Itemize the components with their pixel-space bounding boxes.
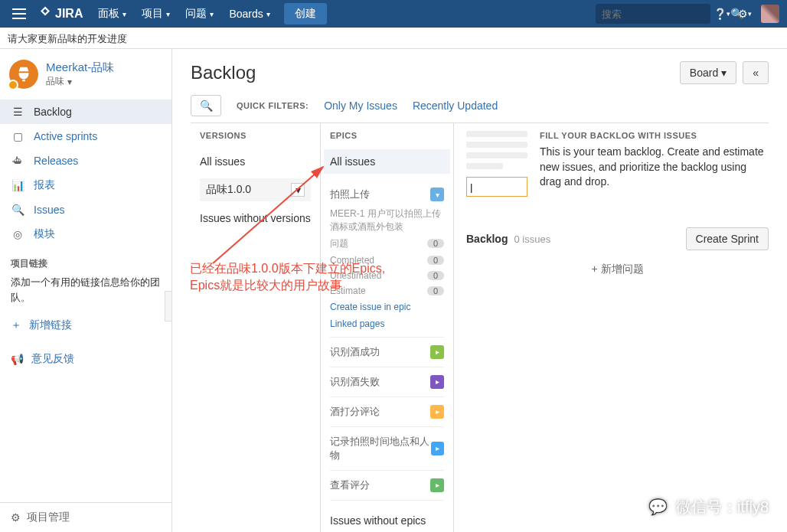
user-avatar[interactable] [761,5,779,23]
fill-backlog-title: FILL YOUR BACKLOG WITH ISSUES [540,131,769,140]
sidebar-releases[interactable]: ⛴Releases [0,149,171,173]
reports-icon: 📊 [11,178,24,192]
fill-backlog-desc: This is your team backlog. Create and es… [540,145,769,190]
filter-my-issues[interactable]: Only My Issues [324,100,397,112]
issues-icon: 🔍 [11,203,24,217]
watermark: 💬 微信号：itfly8 [645,494,769,520]
backlog-section-title: Backlog [466,233,508,245]
sidebar-backlog[interactable]: ☰Backlog [0,100,171,124]
add-link-button[interactable]: ＋新增链接 [0,312,171,338]
project-icon [9,60,38,89]
issues-without-versions[interactable]: Issues without versions [200,206,311,230]
sprints-icon: ▢ [11,129,24,143]
sidebar-reports[interactable]: 📊报表 [0,173,171,197]
project-selector[interactable]: 品味▾ [46,75,114,88]
issues-without-epics[interactable]: Issues without epics [330,508,444,532]
epic-desc: MEER-1 用户可以拍照上传酒标或酒瓶外包装 [330,206,444,235]
nav-issues[interactable]: 问题▾ [178,0,221,28]
search-box[interactable]: 🔍 [596,4,710,24]
chevron-down-icon: ▾ [291,183,305,197]
releases-icon: ⛴ [11,154,24,168]
epic-expanded[interactable]: 拍照上传 ▾ [330,183,444,206]
sidebar-active-sprints[interactable]: ▢Active sprints [0,124,171,149]
linked-pages[interactable]: Linked pages [330,315,444,332]
version-selector[interactable]: 品味1.0.0 ▾ [200,178,311,201]
board-dropdown[interactable]: Board▾ [680,61,736,84]
sidebar-components[interactable]: ◎模块 [0,222,171,246]
components-icon: ◎ [11,227,24,241]
epics-title: EPICS [330,131,444,140]
backlog-issue-count: 0 issues [514,233,550,245]
add-issue-button[interactable]: + 新增问题 [466,250,769,289]
wechat-icon: 💬 [645,494,671,520]
gear-icon: ⚙ [11,511,21,524]
skeleton-placeholder [466,131,527,169]
settings-icon[interactable]: ⚙▾ [733,2,756,25]
nav-projects[interactable]: 项目▾ [134,0,178,28]
search-icon: 🔍 [200,100,213,112]
create-sprint-button[interactable]: Create Sprint [686,227,769,250]
filter-recently-updated[interactable]: Recently Updated [413,100,498,112]
epic-chip-icon: ▸ [430,375,444,389]
epic-item-2[interactable]: 酒打分评论▸ [330,397,444,427]
epic-chip-icon: ▸ [431,442,444,455]
logo-text: JIRA [55,7,83,21]
nav-boards[interactable]: Boards▾ [221,0,277,28]
megaphone-icon: 📢 [11,353,24,365]
jira-logo[interactable]: JIRA [38,5,83,22]
epic-item-0[interactable]: 识别酒成功▸ [330,338,444,367]
project-name[interactable]: Meerkat-品味 [46,60,114,75]
collapse-button[interactable]: « [743,61,769,84]
feedback-link[interactable]: 📢意见反馈 [0,346,171,372]
epic-chip-icon: ▸ [430,345,444,359]
new-issue-input[interactable] [466,177,527,197]
menu-toggle[interactable] [8,2,31,25]
epic-chip-icon: ▾ [430,188,444,201]
versions-title: VERSIONS [200,131,311,140]
versions-all-issues[interactable]: All issues [200,149,311,174]
epic-chip-icon: ▸ [430,478,444,492]
project-links-desc: 添加一个有用的链接信息给你的团队。 [0,275,171,312]
breadcrumb: 请大家更新品味的开发进度 [0,28,787,49]
sidebar-issues[interactable]: 🔍Issues [0,197,171,222]
create-button[interactable]: 创建 [284,3,327,24]
quick-filters-label: QUICK FILTERS: [237,101,309,110]
plus-icon: ＋ [11,318,21,332]
project-admin[interactable]: ⚙项目管理 [0,502,171,532]
epic-chip-icon: ▸ [430,405,444,419]
epic-item-1[interactable]: 识别酒失败▸ [330,367,444,397]
nav-dashboards[interactable]: 面板▾ [90,0,134,28]
backlog-icon: ☰ [11,105,24,119]
project-links-title: 项目链接 [0,246,171,275]
page-title: Backlog [191,62,256,83]
help-icon[interactable]: ❔▾ [710,2,733,25]
sidebar-collapse[interactable] [165,291,172,321]
epic-item-3[interactable]: 记录拍照时间地点和人物▸ [330,427,444,471]
jira-icon [38,5,52,22]
filter-search-button[interactable]: 🔍 [191,95,221,116]
create-issue-in-epic[interactable]: Create issue in epic [330,299,444,315]
epics-all-issues[interactable]: All issues [324,149,450,174]
epic-item-4[interactable]: 查看评分▸ [330,471,444,501]
